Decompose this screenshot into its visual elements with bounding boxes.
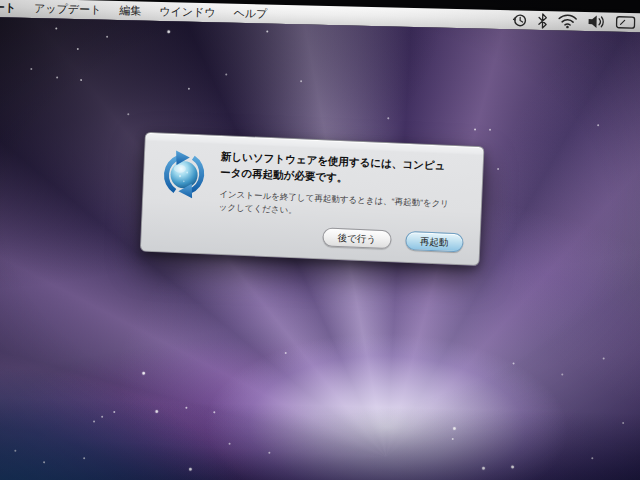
software-update-icon [157, 147, 211, 201]
menu-update[interactable]: アップデート [25, 0, 111, 20]
input-menu-icon[interactable] [615, 15, 635, 30]
dialog-button-row: 後で行う 再起動 [155, 220, 466, 252]
app-menu-partial[interactable]: ート [0, 0, 25, 18]
menu-window[interactable]: ウインドウ [150, 2, 225, 23]
volume-icon[interactable] [587, 14, 605, 29]
photographed-monitor: ート アップデート 編集 ウインドウ ヘルプ [0, 0, 640, 480]
time-machine-icon[interactable] [511, 12, 527, 28]
software-update-dialog: 新しいソフトウェアを使用するには、コンピュータの再起動が必要です。 インストール… [140, 132, 485, 266]
bluetooth-icon[interactable] [537, 12, 547, 28]
desktop-wallpaper: 新しいソフトウェアを使用するには、コンピュータの再起動が必要です。 インストール… [0, 17, 640, 480]
restart-button[interactable]: 再起動 [405, 231, 464, 252]
menu-edit[interactable]: 編集 [110, 1, 150, 21]
dialog-message: インストールを終了して再起動するときは、“再起動”をクリックしてください。 [218, 187, 453, 223]
screen: ート アップデート 編集 ウインドウ ヘルプ [0, 0, 640, 480]
later-button[interactable]: 後で行う [322, 227, 391, 249]
menu-help[interactable]: ヘルプ [224, 3, 276, 23]
dialog-title: 新しいソフトウェアを使用するには、コンピュータの再起動が必要です。 [220, 149, 455, 190]
wifi-icon[interactable] [557, 13, 577, 28]
